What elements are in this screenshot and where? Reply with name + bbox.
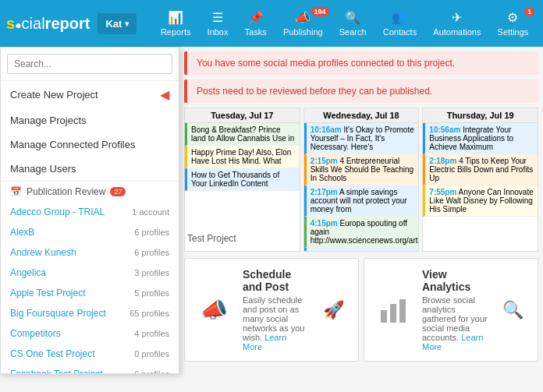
user-menu[interactable]: Kat ▾ [98, 13, 137, 34]
brand-text: cial [22, 15, 45, 32]
event-time: 7:51pm [311, 250, 338, 252]
calendar-event[interactable]: 2:18pm 4 Tips to Keep Your Electric Bill… [423, 154, 538, 185]
brand-logo: s●cialreport [6, 15, 90, 33]
list-item[interactable]: Competitors 4 profiles [1, 323, 179, 344]
list-item[interactable]: Big Foursquare Project 65 profiles [1, 303, 179, 323]
calendar-event[interactable]: How to Get Thousands of Your LinkedIn Co… [185, 168, 300, 191]
event-time: 2:18pm [429, 157, 456, 165]
publication-review-label: Publication Review [27, 186, 105, 197]
calendar: Tuesday, Jul 17 Bong & Breakfast? Prince… [184, 108, 538, 252]
calendar-event[interactable]: 4:15pm Europa spouting off again http://… [304, 217, 419, 248]
contacts-icon: 👥 [392, 10, 407, 25]
project-count: 6 profiles [134, 228, 169, 237]
manage-profiles-button[interactable]: Manage Connected Profiles [1, 132, 179, 157]
nav-contacts[interactable]: 👥 Contacts [377, 7, 423, 40]
calendar-event[interactable]: 10:16am It's Okay to Promote Yourself – … [304, 123, 419, 154]
analytics-panel-desc: Browse social analytics gathered for you… [422, 295, 488, 351]
list-item[interactable]: CS One Test Project 0 profiles [1, 344, 179, 364]
project-list: Adecco Group - TRIAL 1 account AlexB 6 p… [1, 202, 179, 373]
calendar-event[interactable]: 2:17pm A simple savings account will not… [304, 185, 419, 217]
project-count: 6 profiles [134, 248, 169, 257]
reports-icon: 📊 [168, 10, 183, 25]
notice-text-1: You have some social media profiles conn… [197, 58, 455, 69]
event-text: Happy Prime Day! Also, Elon Have Lost Hi… [191, 148, 296, 165]
calendar-day-header: Tuesday, Jul 17 [185, 108, 300, 123]
settings-badge: 1 [524, 7, 534, 16]
project-count: 3 profiles [134, 268, 169, 277]
nav-reports[interactable]: 📊 Reports [154, 7, 197, 40]
create-new-project-button[interactable]: Create New Project ◀ [1, 81, 179, 108]
event-text: How to Get Thousands of Your LinkedIn Co… [191, 171, 296, 188]
nav-tasks[interactable]: 📌 Tasks [239, 7, 273, 40]
project-name: Big Foursquare Project [10, 308, 106, 319]
manage-users-label: Manage Users [10, 163, 76, 175]
publishing-icon: 📣 [295, 10, 311, 25]
nav-settings[interactable]: ⚙ Settings 1 [492, 7, 535, 40]
calendar-event[interactable]: Happy Prime Day! Also, Elon Have Lost Hi… [185, 146, 300, 168]
user-name: Kat [105, 18, 122, 30]
nav-publishing[interactable]: 📣 Publishing 194 [277, 7, 329, 40]
project-name: Adecco Group - TRIAL [10, 207, 105, 217]
nav-search[interactable]: 🔍 Search [333, 7, 373, 40]
search-input[interactable] [7, 54, 172, 74]
nav-search-label: Search [339, 27, 367, 37]
schedule-panel-content: Schedule and Post Easily schedule and po… [243, 268, 308, 351]
list-item[interactable]: Angelica 3 profiles [1, 263, 179, 283]
manage-projects-button[interactable]: Manage Projects [1, 108, 179, 132]
bottom-panels: 📣 Schedule and Post Easily schedule and … [184, 258, 538, 362]
dropdown-actions: Create New Project ◀ Manage Projects Man… [1, 81, 179, 182]
calendar-event[interactable]: 7:55pm Anyone Can Innovate Like Walt Dis… [423, 185, 538, 217]
rocket-icon: 🚀 [318, 295, 349, 326]
event-time: 2:15pm [311, 157, 338, 165]
nav-tasks-label: Tasks [245, 27, 267, 37]
project-name: Competitors [10, 328, 61, 339]
project-count: 4 profiles [134, 329, 169, 338]
nav-reports-label: Reports [161, 27, 191, 37]
search-box [1, 48, 179, 81]
nav-automations[interactable]: ✈ Automations [427, 7, 487, 40]
calendar-event[interactable]: 2:15pm 4 Entrepreneurial Skills We Shoul… [304, 154, 419, 185]
project-dropdown: Create New Project ◀ Manage Projects Man… [0, 47, 179, 374]
list-item[interactable]: AlexB 6 profiles [1, 222, 179, 242]
manage-profiles-label: Manage Connected Profiles [10, 139, 135, 150]
nav-items: 📊 Reports ☰ Inbox 📌 Tasks 📣 Publishing 1… [152, 7, 537, 40]
event-text: Bong & Breakfast? Prince land to Allow C… [191, 125, 296, 143]
list-item[interactable]: Apple Test Project 5 profiles [1, 283, 179, 303]
arrow-right-icon: ◀ [160, 87, 169, 102]
nav-inbox[interactable]: ☰ Inbox [201, 7, 235, 40]
calendar-event[interactable]: 10:56am Integrate Your Business Applicat… [423, 123, 538, 154]
tasks-icon: 📌 [248, 10, 264, 25]
project-count: 65 profiles [130, 309, 169, 318]
publication-review-section[interactable]: 📅 Publication Review 27 [1, 182, 179, 202]
calendar-event[interactable]: Bong & Breakfast? Prince land to Allow C… [185, 123, 300, 146]
project-name: AlexB [10, 227, 34, 238]
notice-text-2: Posts need to be reviewed before they ca… [197, 86, 432, 97]
analytics-chart-icon [378, 295, 409, 326]
analytics-panel-content: View Analytics Browse social analytics g… [422, 268, 488, 351]
notice-bar-review: Posts need to be reviewed before they ca… [184, 79, 538, 103]
project-count: 0 profiles [134, 349, 169, 358]
calendar-event[interactable]: 7:51pm 8 Strategies to Becoming a Badass… [304, 248, 419, 252]
calendar-icon: 📅 [10, 186, 22, 197]
brand-report: report [45, 15, 90, 32]
nav-automations-label: Automations [433, 27, 481, 37]
svg-rect-0 [381, 310, 387, 323]
manage-users-button[interactable]: Manage Users [1, 157, 179, 181]
megaphone-icon: 📣 [194, 291, 233, 330]
analytics-panel: View Analytics Browse social analytics g… [364, 258, 538, 362]
schedule-panel-title: Schedule and Post [243, 268, 308, 293]
event-time: 10:16am [311, 125, 342, 134]
event-time: 4:15pm [311, 219, 338, 228]
list-item[interactable]: Facebook Test Project 6 profiles [1, 364, 179, 373]
nav-settings-label: Settings [498, 27, 529, 37]
create-new-label: Create New Project [10, 89, 98, 101]
analytics-panel-title: View Analytics [422, 268, 488, 293]
project-name: Apple Test Project [10, 288, 86, 298]
calendar-day-thursday: Thursday, Jul 19 10:56am Integrate Your … [422, 108, 538, 252]
top-navigation: s●cialreport Kat ▾ 📊 Reports ☰ Inbox 📌 T… [0, 0, 543, 47]
list-item[interactable]: Andrew Kunesh 6 profiles [1, 242, 179, 263]
chevron-down-icon: ▾ [125, 19, 129, 28]
event-time: 7:55pm [429, 188, 456, 196]
globe-search-icon: 🔍 [497, 295, 528, 326]
list-item[interactable]: Adecco Group - TRIAL 1 account [1, 202, 179, 222]
